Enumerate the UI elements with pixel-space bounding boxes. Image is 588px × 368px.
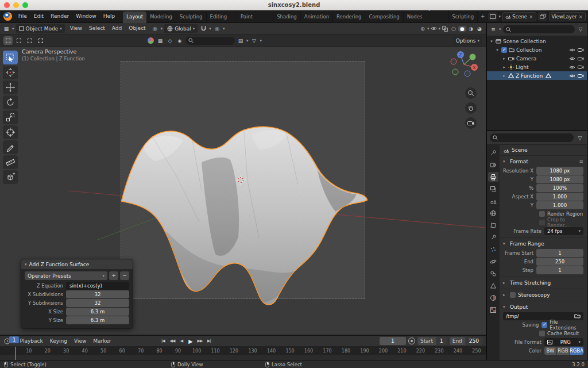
next-keyframe-icon[interactable]: ▶▶ [195, 337, 204, 345]
shading-solid-icon[interactable]: ● [458, 26, 466, 32]
scene-selector[interactable]: Scene × [502, 12, 536, 21]
outliner-search-input[interactable] [503, 25, 575, 33]
transform-tool[interactable] [3, 125, 18, 139]
chevron-down-icon[interactable]: ▾ [499, 27, 501, 32]
measure-tool[interactable] [3, 155, 18, 169]
outliner-row-camera[interactable]: ▸ Camera [487, 54, 587, 63]
show-gizmo-icon[interactable]: ⊕ [419, 25, 427, 33]
tab-texture-properties[interactable] [488, 305, 498, 315]
hide-eye-icon[interactable] [569, 48, 575, 52]
frame-range-panel-header[interactable]: ▾ Frame Range [503, 239, 583, 248]
chevron-down-icon[interactable]: ▾ [12, 26, 14, 31]
chevron-down-icon[interactable]: ▾ [223, 26, 225, 31]
y-axis-handle[interactable] [470, 54, 476, 60]
timeline-ruler[interactable]: 1020304050607080901001101201301401501601… [0, 347, 486, 355]
zoom-icon[interactable] [465, 87, 477, 99]
disable-in-render-icon[interactable] [578, 56, 584, 61]
disable-in-render-icon[interactable] [578, 74, 584, 78]
expand-icon[interactable]: ▸ [502, 65, 506, 70]
expand-icon[interactable]: ▸ [502, 56, 506, 61]
field-value-input[interactable]: sin(x)+cos(y) [66, 282, 129, 290]
auto-keying-icon[interactable] [408, 338, 415, 344]
tab-physics-properties[interactable] [488, 256, 498, 266]
menu-item[interactable]: Render [47, 10, 72, 22]
end-frame-input[interactable]: End 250 [450, 337, 483, 345]
menu-item[interactable]: File [15, 10, 30, 22]
render-region-checkbox[interactable] [539, 211, 545, 217]
screen-layout-icon[interactable] [488, 12, 497, 21]
hide-eye-icon[interactable] [569, 56, 575, 61]
viewport-canvas[interactable]: Camera Perspective (1) Collection | Z Fu… [0, 47, 486, 335]
select-mode-subtract-icon[interactable] [25, 36, 34, 45]
operator-presets-dropdown[interactable]: Operator Presets ▾ [25, 271, 107, 280]
workspace-tab[interactable]: Layout [123, 12, 146, 23]
crop-to-render-checkbox[interactable] [539, 220, 545, 225]
property-value-input[interactable]: 100% [536, 184, 583, 192]
property-value-input[interactable]: 250 [536, 258, 583, 266]
fullscreen-window-button[interactable] [22, 2, 28, 8]
current-frame-input[interactable]: 1 [380, 337, 406, 345]
editor-type-icon[interactable]: ▦ [2, 25, 10, 33]
filter-funnel-icon[interactable]: ▽ [250, 37, 258, 45]
chevron-down-icon[interactable]: ▾ [246, 39, 249, 43]
playhead-line[interactable] [15, 347, 16, 360]
view-layer-selector[interactable]: ViewLayer × [549, 12, 586, 21]
panel-menu-icon[interactable]: ≡ [579, 159, 583, 164]
timeline-menu-item[interactable]: Marker [90, 335, 114, 347]
outliner-row-z-function[interactable]: ▸ Z Function [487, 71, 587, 80]
breadcrumb-scene[interactable]: Scene [512, 147, 527, 153]
timeline-menu-item[interactable]: Keying [47, 335, 71, 347]
chevron-down-icon[interactable]: ▾ [438, 26, 440, 31]
stereoscopy-checkbox[interactable] [510, 292, 516, 298]
grid-snap-icon[interactable]: ▦ [156, 37, 164, 45]
tab-scene-properties[interactable] [488, 196, 498, 206]
property-value-input[interactable]: 1.000 [536, 201, 583, 209]
stereoscopy-panel-header[interactable]: ▸ Stereoscopy [503, 290, 583, 299]
viewport-menu-item[interactable]: Select [86, 22, 109, 34]
output-panel-header[interactable]: ▾ Output [503, 302, 583, 311]
material-preview-icon[interactable] [146, 37, 154, 45]
workspace-tab[interactable]: Compositing [365, 12, 403, 23]
pan-hand-icon[interactable] [465, 102, 477, 114]
chevron-down-icon[interactable]: ▾ [161, 26, 163, 31]
disable-in-render-icon[interactable] [578, 48, 584, 52]
select-mode-extend-icon[interactable] [14, 36, 24, 45]
shading-material-icon[interactable]: ◑ [467, 26, 475, 32]
tab-tool-properties[interactable] [488, 148, 498, 158]
remove-preset-button[interactable]: − [120, 271, 129, 280]
file-format-dropdown[interactable]: PNG ▾ [544, 338, 583, 346]
unlink-scene-button[interactable]: × [529, 14, 533, 20]
remove-view-layer-button[interactable]: × [578, 14, 583, 20]
chevron-down-icon[interactable]: ▾ [499, 14, 501, 19]
viewport-menu-item[interactable]: View [67, 22, 86, 34]
navigation-gizmo[interactable]: Z X [449, 49, 479, 79]
rotate-tool[interactable] [3, 95, 18, 109]
cache-result-checkbox[interactable] [539, 331, 545, 336]
tab-render-properties[interactable] [488, 160, 498, 170]
outliner-row-scene-collection[interactable]: ▾ Scene Collection [487, 37, 587, 45]
field-value-input[interactable]: 6.3 m [66, 316, 129, 324]
tab-world-properties[interactable] [488, 208, 498, 218]
outliner-row-collection[interactable]: ▾ Collection [487, 45, 587, 54]
color-bw-button[interactable]: BW [544, 347, 556, 355]
properties-filter-icon[interactable]: ▽ [576, 134, 584, 142]
folder-icon[interactable] [574, 313, 581, 319]
disable-in-render-icon[interactable] [578, 65, 584, 70]
property-value-input[interactable]: 1 [536, 266, 583, 274]
negative-x-axis-handle[interactable] [451, 59, 457, 64]
close-window-button[interactable] [4, 2, 10, 8]
xray-toggle-icon[interactable] [441, 25, 449, 33]
viewport-menu-item[interactable]: Add [109, 22, 125, 34]
cursor-tool[interactable] [3, 66, 18, 79]
show-overlays-icon[interactable] [430, 25, 438, 33]
expand-icon[interactable]: ▾ [489, 39, 494, 44]
camera-view-icon[interactable] [465, 117, 477, 129]
play-reverse-icon[interactable]: ◀ [177, 337, 185, 345]
outliner-row-light[interactable]: ▸ Light [487, 63, 587, 71]
field-value-input[interactable]: 32 [66, 290, 129, 298]
property-value-input[interactable]: 1.000 [536, 193, 583, 201]
mesh-filter-icon[interactable]: ◈ [176, 37, 184, 45]
workspace-tab[interactable]: Modeling [146, 12, 176, 23]
select-mode-intersect-icon[interactable] [36, 36, 45, 45]
view-layer-icon[interactable] [538, 12, 547, 21]
